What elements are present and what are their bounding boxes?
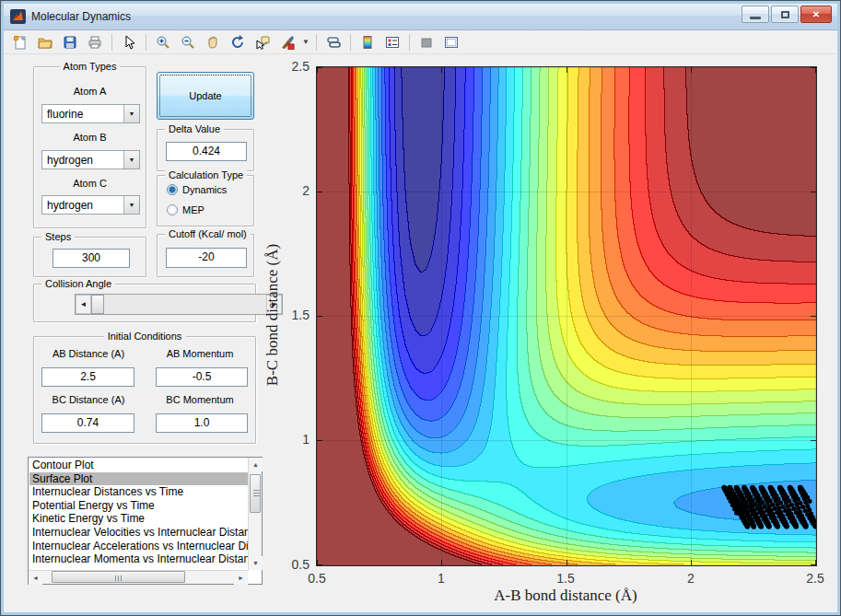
- toolbar-separator: [146, 34, 146, 51]
- grip-icon: [253, 490, 260, 497]
- list-item[interactable]: Potential Energy vs Time: [29, 499, 248, 513]
- vertical-scrollbar[interactable]: ▲ ▼: [248, 458, 262, 570]
- hide-plot-tools-button[interactable]: [415, 32, 438, 52]
- list-item[interactable]: Internuclear Distances vs Time: [29, 485, 248, 499]
- y-tick-label: 2.5: [286, 59, 310, 74]
- list-item[interactable]: Surface Plot: [29, 472, 248, 486]
- atom-a-label: Atom A: [34, 86, 146, 97]
- atom-a-select[interactable]: fluorine ▼: [41, 104, 140, 123]
- x-tick-label: 0.5: [308, 571, 325, 586]
- slider-left-arrow-icon[interactable]: ◄: [76, 295, 91, 314]
- chevron-down-icon[interactable]: ▼: [123, 151, 139, 169]
- link-plot-icon: [326, 35, 341, 50]
- update-button[interactable]: Update: [157, 72, 254, 120]
- atom-b-select[interactable]: hydrogen ▼: [41, 150, 140, 169]
- grip-icon: [115, 575, 123, 581]
- figure-toolbar: ▼: [4, 30, 837, 54]
- slider-thumb[interactable]: [91, 295, 104, 314]
- minimize-button[interactable]: [742, 6, 769, 23]
- list-item[interactable]: Internuclear Accelerations vs Internucle…: [29, 540, 248, 553]
- vscroll-thumb[interactable]: [250, 474, 261, 513]
- ab-momentum-input[interactable]: -0.5: [156, 367, 248, 387]
- show-plot-tools-button[interactable]: [440, 32, 462, 52]
- bc-momentum-input[interactable]: 1.0: [156, 413, 248, 433]
- colorbar-icon: [360, 35, 375, 50]
- maximize-icon: [781, 11, 789, 18]
- pointer-tool-button[interactable]: [118, 32, 140, 52]
- dynamics-radio[interactable]: Dynamics: [167, 184, 227, 195]
- bc-distance-input[interactable]: 0.74: [41, 413, 134, 433]
- chevron-down-icon[interactable]: ▼: [123, 105, 139, 122]
- scroll-down-icon[interactable]: ▼: [249, 556, 263, 570]
- insert-legend-button[interactable]: [381, 32, 403, 52]
- radio-selected-icon: [167, 184, 178, 195]
- ab-distance-input[interactable]: 2.5: [41, 367, 134, 387]
- steps-input[interactable]: 300: [53, 249, 130, 268]
- horizontal-scrollbar[interactable]: ◄ ►: [29, 570, 248, 584]
- save-figure-button[interactable]: [59, 32, 81, 52]
- y-tick-label: 1: [286, 432, 310, 447]
- atom-c-value: hydrogen: [47, 199, 93, 212]
- atom-c-select[interactable]: hydrogen ▼: [41, 195, 140, 215]
- pan-hand-icon: [205, 35, 220, 50]
- brush-data-button[interactable]: [276, 32, 298, 52]
- rotate-3d-button[interactable]: [227, 32, 249, 52]
- save-figure-icon: [63, 35, 77, 50]
- window-title: Molecular Dynamics: [31, 10, 131, 23]
- collision-angle-slider[interactable]: ◄ ►: [75, 294, 283, 315]
- initial-conditions-panel: Initial Conditions AB Distance (A) AB Mo…: [33, 336, 256, 444]
- zoom-in-button[interactable]: [152, 32, 174, 52]
- bc-distance-label: BC Distance (A): [34, 394, 143, 405]
- mep-radio[interactable]: MEP: [167, 204, 204, 215]
- close-button[interactable]: ✕: [800, 6, 832, 23]
- toolbar-separator: [409, 34, 410, 51]
- y-tick-label: 1.5: [286, 308, 310, 322]
- show-plot-tools-icon: [444, 35, 459, 50]
- list-item[interactable]: Contour Plot: [29, 459, 248, 472]
- list-item[interactable]: Kinetic Energy vs Time: [29, 512, 248, 526]
- insert-colorbar-button[interactable]: [356, 32, 379, 52]
- atom-c-label: Atom C: [34, 178, 146, 189]
- chevron-down-icon[interactable]: ▼: [123, 196, 139, 214]
- x-tick-label: 2: [687, 571, 695, 586]
- link-plot-button[interactable]: [322, 32, 345, 52]
- plot-type-listbox[interactable]: Contour Plot Surface Plot Internuclear D…: [28, 457, 263, 585]
- radio-unselected-icon: [167, 204, 178, 215]
- ab-distance-label: AB Distance (A): [34, 348, 143, 359]
- cutoff-input[interactable]: -20: [166, 248, 247, 268]
- mep-label: MEP: [182, 204, 204, 215]
- contour-plot-canvas[interactable]: [316, 66, 817, 566]
- open-file-button[interactable]: [34, 32, 56, 52]
- delta-value-panel: Delta Value 0.424: [157, 129, 254, 171]
- list-item[interactable]: Internuclear Momenta vs Internuclear Dis…: [29, 552, 248, 566]
- brush-dropdown-caret[interactable]: ▼: [301, 32, 310, 52]
- list-item[interactable]: Internuclear Velocities vs Internuclear …: [29, 526, 248, 540]
- slider-track[interactable]: [104, 295, 266, 314]
- scroll-right-icon[interactable]: ►: [234, 571, 248, 585]
- hscroll-thumb[interactable]: [52, 571, 185, 583]
- scroll-up-icon[interactable]: ▲: [249, 458, 263, 471]
- zoom-out-button[interactable]: [177, 32, 199, 52]
- atom-a-value: fluorine: [47, 108, 83, 121]
- toolbar-separator: [350, 34, 351, 51]
- legend-icon: [385, 35, 400, 50]
- maximize-button[interactable]: [771, 6, 799, 23]
- minimize-icon: [750, 17, 761, 19]
- scroll-left-icon[interactable]: ◄: [29, 571, 42, 585]
- pan-tool-button[interactable]: [202, 32, 224, 52]
- toolbar-separator: [316, 34, 317, 51]
- steps-panel: Steps 300: [33, 237, 146, 277]
- atom-types-title: Atom Types: [60, 61, 121, 72]
- x-axis-label: A-B bond distance (Å): [494, 587, 637, 605]
- focus-ring: [159, 75, 251, 117]
- x-tick-label: 2.5: [806, 571, 823, 586]
- cutoff-panel: Cutoff (Kcal/ mol) -20: [157, 234, 254, 277]
- collision-angle-title: Collision Angle: [41, 278, 115, 289]
- print-figure-button[interactable]: [84, 32, 106, 52]
- new-figure-button[interactable]: [9, 32, 31, 52]
- toolbar-separator: [111, 34, 112, 51]
- data-cursor-button[interactable]: [251, 32, 274, 52]
- steps-title: Steps: [41, 231, 75, 242]
- delta-value-input[interactable]: 0.424: [166, 142, 247, 161]
- close-icon: ✕: [812, 9, 820, 19]
